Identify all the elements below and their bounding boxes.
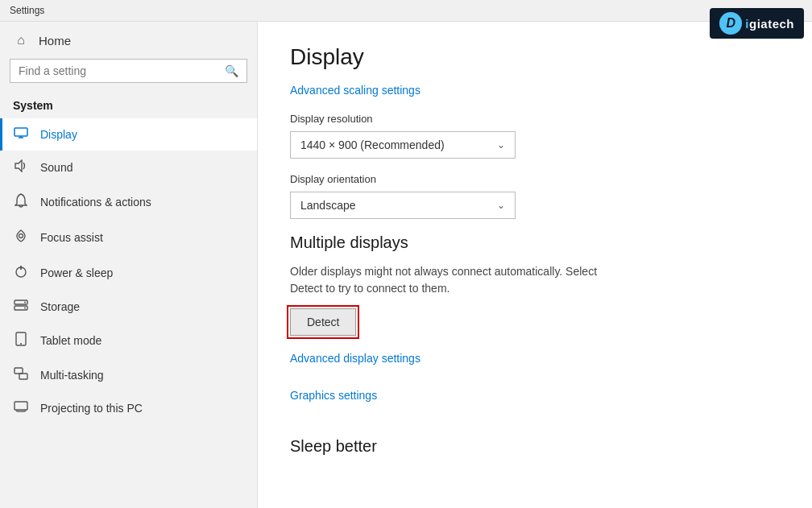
resolution-section: Display resolution 1440 × 900 (Recommend… [290, 113, 780, 159]
tablet-icon [13, 332, 29, 349]
svg-point-4 [19, 234, 23, 238]
sidebar-item-multitasking[interactable]: Multi-tasking [0, 358, 257, 392]
resolution-label: Display resolution [290, 113, 780, 125]
sidebar-multitasking-label: Multi-tasking [40, 369, 104, 382]
sidebar-home-label: Home [39, 34, 71, 47]
advanced-display-link[interactable]: Advanced display settings [290, 352, 780, 365]
logo-d-letter: D [727, 16, 736, 31]
search-input[interactable] [19, 64, 218, 77]
search-box: 🔍 [10, 59, 247, 83]
home-icon: ⌂ [13, 33, 29, 47]
svg-line-17 [25, 411, 26, 411]
brand-logo: D igiatech [710, 8, 804, 39]
sidebar-projecting-label: Projecting to this PC [40, 402, 143, 415]
resolution-dropdown[interactable]: 1440 × 900 (Recommended) ⌄ [290, 131, 516, 159]
display-links: Advanced display settings Graphics setti… [290, 352, 780, 418]
graphics-link[interactable]: Graphics settings [290, 389, 780, 402]
sidebar: ⌂ Home 🔍 System Display [0, 22, 258, 508]
logo-i: i [745, 17, 749, 31]
sidebar-item-tablet[interactable]: Tablet mode [0, 323, 257, 358]
sidebar-item-sound[interactable]: Sound [0, 151, 257, 184]
power-icon [13, 264, 29, 282]
svg-rect-14 [19, 374, 27, 379]
orientation-dropdown[interactable]: Landscape ⌄ [290, 192, 516, 219]
svg-point-10 [24, 308, 26, 309]
advanced-scaling-link[interactable]: Advanced scaling settings [290, 84, 420, 97]
svg-line-16 [16, 411, 17, 411]
svg-marker-3 [15, 160, 22, 171]
svg-point-12 [20, 343, 22, 345]
logo-circle: D [719, 12, 742, 35]
projecting-icon [13, 401, 29, 415]
sidebar-notifications-label: Notifications & actions [40, 196, 151, 209]
sidebar-item-storage[interactable]: Storage [0, 291, 257, 323]
sleep-section-title: Sleep better [290, 437, 780, 456]
sidebar-item-focus[interactable]: Focus assist [0, 220, 257, 255]
multiple-displays-title: Multiple displays [290, 233, 780, 252]
content-area: Display Advanced scaling settings Displa… [258, 22, 812, 508]
sidebar-power-label: Power & sleep [40, 266, 113, 279]
page-title: Display [290, 44, 780, 70]
display-icon [13, 127, 29, 142]
storage-icon [13, 299, 29, 314]
orientation-value: Landscape [300, 199, 356, 212]
sidebar-item-projecting[interactable]: Projecting to this PC [0, 392, 257, 424]
sidebar-sound-label: Sound [40, 161, 72, 174]
title-bar: Settings [0, 0, 812, 22]
sidebar-storage-label: Storage [40, 300, 80, 313]
search-icon: 🔍 [225, 64, 238, 77]
orientation-label: Display orientation [290, 173, 780, 185]
sidebar-item-home[interactable]: ⌂ Home [0, 22, 257, 59]
sidebar-tablet-label: Tablet mode [40, 334, 102, 347]
orientation-chevron-icon: ⌄ [497, 200, 505, 211]
sidebar-item-display[interactable]: Display [0, 118, 257, 151]
sidebar-item-notifications[interactable]: Notifications & actions [0, 184, 257, 220]
sound-icon [13, 159, 29, 176]
notifications-icon [13, 193, 29, 211]
orientation-section: Display orientation Landscape ⌄ [290, 173, 780, 219]
sidebar-item-power[interactable]: Power & sleep [0, 255, 257, 291]
resolution-chevron-icon: ⌄ [497, 139, 505, 151]
svg-point-9 [24, 302, 26, 304]
sidebar-display-label: Display [40, 128, 77, 141]
multitasking-icon [13, 367, 29, 383]
multiple-displays-desc: Older displays might not always connect … [290, 263, 628, 297]
svg-rect-13 [14, 368, 23, 374]
logo-text: igiatech [745, 17, 794, 31]
sidebar-focus-label: Focus assist [40, 231, 103, 244]
svg-rect-0 [14, 128, 27, 136]
detect-button[interactable]: Detect [290, 308, 356, 336]
resolution-value: 1440 × 900 (Recommended) [300, 138, 445, 151]
app-title: Settings [10, 5, 44, 16]
system-section-label: System [0, 91, 257, 118]
focus-icon [13, 229, 29, 246]
svg-rect-15 [14, 402, 27, 410]
